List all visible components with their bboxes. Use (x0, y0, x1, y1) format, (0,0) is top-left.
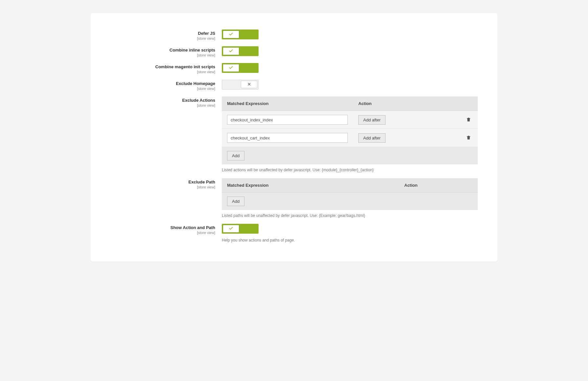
check-icon (229, 65, 233, 71)
defer-js-label: Defer JS (110, 31, 215, 36)
combine-init-label: Combine magento init scripts (110, 64, 215, 69)
show-action-path-hint: Help you show actions and paths of page. (222, 238, 478, 243)
column-header-expression: Matched Expression (222, 96, 353, 111)
add-after-button[interactable]: Add after (358, 115, 386, 125)
close-icon (247, 82, 251, 87)
table-row: Add after (222, 111, 478, 129)
exclude-homepage-label: Exclude Homepage (110, 81, 215, 86)
combine-init-toggle[interactable] (222, 63, 259, 73)
exclude-actions-hint: Listed actions will be unaffected by def… (222, 168, 478, 172)
exclude-actions-table: Matched Expression Action Add after (222, 96, 478, 164)
scope-label: [store view] (110, 87, 215, 91)
show-action-path-toggle[interactable] (222, 224, 259, 234)
add-button[interactable]: Add (227, 151, 244, 160)
exclude-homepage-toggle[interactable] (222, 80, 259, 90)
add-after-button[interactable]: Add after (358, 133, 386, 143)
combine-inline-label: Combine inline scripts (110, 48, 215, 53)
trash-icon (466, 137, 471, 141)
column-header-action: Action (399, 178, 478, 193)
table-row: Add after (222, 129, 478, 147)
delete-row-button[interactable] (465, 115, 472, 125)
scope-label: [store view] (110, 103, 215, 107)
scope-label: [store view] (110, 53, 215, 57)
scope-label: [store view] (110, 70, 215, 74)
exclude-path-table: Matched Expression Action Add (222, 178, 478, 210)
combine-inline-toggle[interactable] (222, 46, 259, 56)
expression-input[interactable] (227, 115, 348, 125)
check-icon (229, 32, 233, 37)
show-action-path-label: Show Action and Path (110, 225, 215, 230)
expression-input[interactable] (227, 133, 348, 143)
defer-js-toggle[interactable] (222, 30, 259, 39)
trash-icon (466, 118, 471, 123)
scope-label: [store view] (110, 231, 215, 235)
exclude-actions-label: Exclude Actions (110, 98, 215, 103)
column-header-action: Action (353, 96, 478, 111)
delete-row-button[interactable] (465, 133, 472, 143)
check-icon (229, 226, 233, 232)
check-icon (229, 49, 233, 54)
scope-label: [store view] (110, 185, 215, 189)
add-button[interactable]: Add (227, 197, 244, 206)
scope-label: [store view] (110, 36, 215, 40)
exclude-path-hint: Listed paths will be unaffected by defer… (222, 213, 478, 218)
column-header-expression: Matched Expression (222, 178, 399, 193)
exclude-path-label: Exclude Path (110, 180, 215, 184)
